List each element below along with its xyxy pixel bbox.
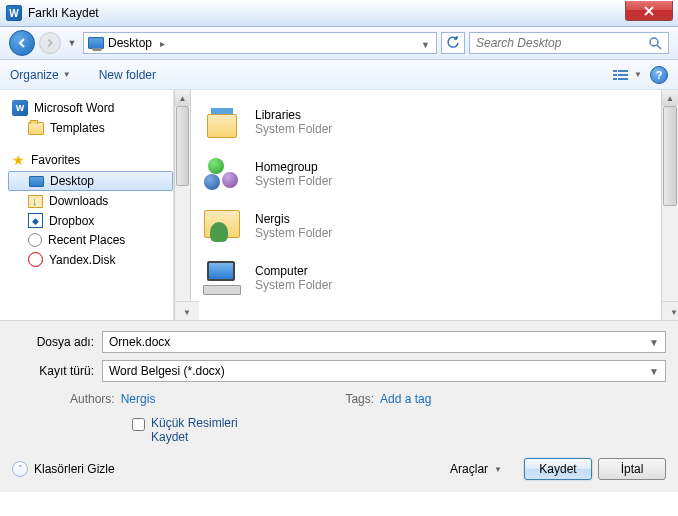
- new-folder-button[interactable]: New folder: [99, 68, 156, 82]
- desktop-icon: [88, 37, 104, 49]
- chevron-down-icon: ▼: [494, 465, 502, 474]
- filetype-value: Word Belgesi (*.docx): [109, 364, 225, 378]
- nav-history-button[interactable]: ▼: [65, 33, 79, 53]
- chevron-down-icon: ▼: [63, 70, 71, 79]
- dropbox-icon: ◆: [28, 213, 43, 228]
- content-scrollbar[interactable]: ▲ ▼: [661, 90, 678, 320]
- computer-icon: [203, 261, 241, 295]
- main-area: W Microsoft Word Templates ★ Favorites D…: [0, 90, 678, 320]
- item-name: Computer: [255, 264, 332, 278]
- chevron-down-icon: ▼: [68, 38, 77, 48]
- breadcrumb[interactable]: Desktop ▸ ▼: [83, 32, 437, 54]
- item-name: Libraries: [255, 108, 332, 122]
- desktop-icon: [29, 176, 44, 187]
- svg-rect-2: [618, 70, 628, 72]
- save-button[interactable]: Kaydet: [524, 458, 592, 480]
- organize-label: Organize: [10, 68, 59, 82]
- breadcrumb-dropdown[interactable]: ▼: [415, 34, 436, 52]
- tools-label: Araçlar: [450, 462, 488, 476]
- help-button[interactable]: ?: [650, 66, 668, 84]
- word-app-icon: W: [6, 5, 22, 21]
- toolbar: Organize ▼ New folder ▼ ?: [0, 60, 678, 90]
- search-icon: [648, 36, 662, 50]
- cancel-button[interactable]: İptal: [598, 458, 666, 480]
- filename-input[interactable]: Ornek.docx ▼: [102, 331, 666, 353]
- arrow-left-icon: [16, 37, 28, 49]
- folder-icon: [28, 122, 44, 135]
- title-bar: W Farklı Kaydet: [0, 0, 678, 27]
- sidebar-item-label: Dropbox: [49, 214, 94, 228]
- tags-value[interactable]: Add a tag: [380, 392, 431, 406]
- recent-icon: [28, 233, 42, 247]
- scrollbar-thumb[interactable]: [663, 106, 677, 206]
- search-input[interactable]: [476, 36, 648, 50]
- nav-forward-button[interactable]: [39, 32, 61, 54]
- item-name: Nergis: [255, 212, 332, 226]
- sidebar-item-recent-places[interactable]: Recent Places: [8, 231, 173, 249]
- chevron-down-icon: ▼: [421, 40, 430, 50]
- scroll-up-icon[interactable]: ▲: [175, 90, 190, 106]
- authors-value[interactable]: Nergis: [121, 392, 156, 406]
- scroll-down-icon[interactable]: ▼: [175, 301, 199, 320]
- sidebar-scrollbar[interactable]: ▲ ▼: [174, 90, 191, 320]
- chevron-down-icon: ▼: [649, 366, 659, 377]
- save-form: Dosya adı: Ornek.docx ▼ Kayıt türü: Word…: [0, 320, 678, 452]
- sidebar-item-label: Desktop: [50, 174, 94, 188]
- close-icon: [644, 6, 654, 16]
- sidebar-item-label: Downloads: [49, 194, 108, 208]
- hide-folders-label: Klasörleri Gizle: [34, 462, 115, 476]
- filename-label: Dosya adı:: [12, 335, 94, 349]
- search-box[interactable]: [469, 32, 669, 54]
- refresh-button[interactable]: [441, 32, 465, 54]
- item-type: System Folder: [255, 226, 332, 240]
- sidebar-item-downloads[interactable]: Downloads: [8, 192, 173, 210]
- tags-label: Tags:: [345, 392, 374, 406]
- authors-label: Authors:: [70, 392, 115, 406]
- svg-rect-4: [618, 74, 628, 76]
- list-item[interactable]: Computer System Folder: [201, 252, 661, 304]
- downloads-icon: [28, 195, 43, 208]
- item-name: Homegroup: [255, 160, 332, 174]
- yandex-icon: [28, 252, 43, 267]
- filetype-select[interactable]: Word Belgesi (*.docx) ▼: [102, 360, 666, 382]
- chevron-right-icon: ▸: [156, 38, 169, 49]
- arrow-right-icon: [45, 38, 55, 48]
- sidebar-item-dropbox[interactable]: ◆ Dropbox: [8, 211, 173, 230]
- item-type: System Folder: [255, 174, 332, 188]
- sidebar-favorites-header[interactable]: ★ Favorites: [8, 150, 173, 170]
- list-item[interactable]: Homegroup System Folder: [201, 148, 661, 200]
- breadcrumb-desktop[interactable]: Desktop ▸: [84, 33, 173, 53]
- libraries-icon: [203, 106, 241, 138]
- organize-button[interactable]: Organize ▼: [10, 68, 71, 82]
- list-item[interactable]: Nergis System Folder: [201, 200, 661, 252]
- filename-value: Ornek.docx: [109, 335, 170, 349]
- window-title: Farklı Kaydet: [28, 6, 99, 20]
- scroll-down-icon[interactable]: ▼: [662, 301, 678, 320]
- chevron-down-icon: ▼: [634, 70, 642, 79]
- homegroup-icon: [204, 158, 240, 190]
- svg-point-0: [650, 38, 658, 46]
- filetype-label: Kayıt türü:: [12, 364, 94, 378]
- close-button[interactable]: [625, 1, 673, 21]
- sidebar-word-root[interactable]: W Microsoft Word: [8, 98, 173, 118]
- hide-folders-button[interactable]: ˄ Klasörleri Gizle: [12, 461, 115, 477]
- address-bar: ▼ Desktop ▸ ▼: [0, 27, 678, 60]
- list-item[interactable]: Libraries System Folder: [201, 96, 661, 148]
- svg-rect-3: [613, 74, 617, 76]
- scrollbar-thumb[interactable]: [176, 106, 189, 186]
- sidebar-templates[interactable]: Templates: [8, 119, 173, 137]
- sidebar-item-desktop[interactable]: Desktop: [8, 171, 173, 191]
- scroll-up-icon[interactable]: ▲: [662, 90, 678, 106]
- view-options-button[interactable]: ▼: [612, 68, 642, 82]
- nav-back-button[interactable]: [9, 30, 35, 56]
- content-list: Libraries System Folder Homegroup System…: [191, 90, 661, 320]
- sidebar-templates-label: Templates: [50, 121, 105, 135]
- sidebar-item-yandex-disk[interactable]: Yandex.Disk: [8, 250, 173, 269]
- svg-rect-6: [618, 78, 628, 80]
- star-icon: ★: [12, 152, 25, 168]
- user-folder-icon: [204, 210, 240, 242]
- svg-rect-1: [613, 70, 617, 72]
- tools-button[interactable]: Araçlar ▼: [450, 462, 502, 476]
- save-thumbnail-checkbox[interactable]: [132, 418, 145, 431]
- chevron-up-icon: ˄: [12, 461, 28, 477]
